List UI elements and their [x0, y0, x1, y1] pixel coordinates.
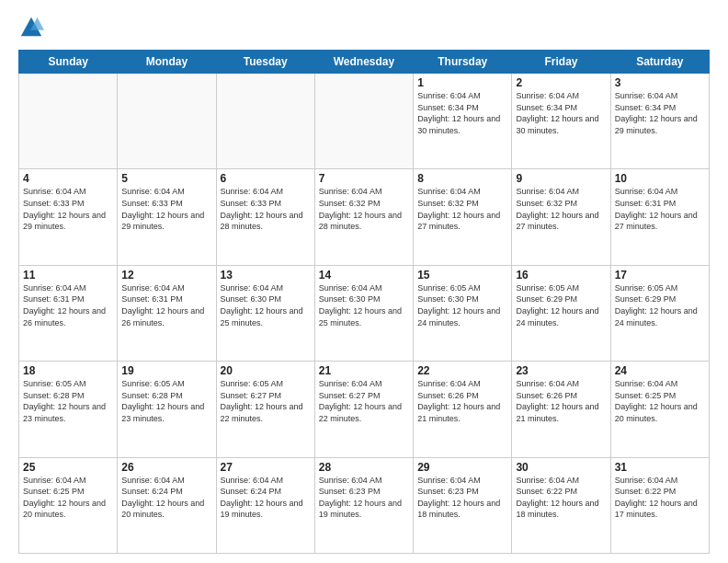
day-cell: 8Sunrise: 6:04 AM Sunset: 6:32 PM Daylig…	[414, 169, 512, 265]
day-cell: 23Sunrise: 6:04 AM Sunset: 6:26 PM Dayli…	[512, 362, 610, 457]
day-number: 20	[221, 364, 311, 377]
header	[18, 15, 710, 40]
day-info: Sunrise: 6:04 AM Sunset: 6:30 PM Dayligh…	[221, 282, 311, 328]
weekday-header-sunday: Sunday	[19, 51, 118, 74]
day-cell	[314, 74, 413, 169]
day-cell: 29Sunrise: 6:04 AM Sunset: 6:23 PM Dayli…	[414, 457, 512, 553]
day-number: 11	[23, 269, 113, 282]
day-cell	[216, 74, 314, 169]
day-info: Sunrise: 6:04 AM Sunset: 6:23 PM Dayligh…	[319, 475, 409, 521]
day-number: 22	[417, 364, 507, 377]
day-number: 14	[319, 269, 409, 282]
day-info: Sunrise: 6:05 AM Sunset: 6:29 PM Dayligh…	[516, 282, 606, 328]
weekday-header-row: SundayMondayTuesdayWednesdayThursdayFrid…	[19, 51, 710, 74]
day-number: 19	[121, 364, 211, 377]
weekday-header-friday: Friday	[512, 51, 610, 74]
day-info: Sunrise: 6:05 AM Sunset: 6:30 PM Dayligh…	[417, 282, 507, 328]
day-number: 6	[221, 172, 311, 185]
day-cell: 24Sunrise: 6:04 AM Sunset: 6:25 PM Dayli…	[610, 362, 709, 457]
day-cell: 12Sunrise: 6:04 AM Sunset: 6:31 PM Dayli…	[118, 265, 216, 361]
day-info: Sunrise: 6:04 AM Sunset: 6:22 PM Dayligh…	[615, 475, 705, 521]
day-number: 30	[516, 461, 606, 474]
day-cell: 11Sunrise: 6:04 AM Sunset: 6:31 PM Dayli…	[19, 265, 118, 361]
day-info: Sunrise: 6:04 AM Sunset: 6:31 PM Dayligh…	[615, 186, 705, 232]
day-info: Sunrise: 6:04 AM Sunset: 6:30 PM Dayligh…	[319, 282, 409, 328]
day-cell: 3Sunrise: 6:04 AM Sunset: 6:34 PM Daylig…	[610, 74, 709, 169]
calendar-table: SundayMondayTuesdayWednesdayThursdayFrid…	[18, 50, 710, 554]
week-row-5: 25Sunrise: 6:04 AM Sunset: 6:25 PM Dayli…	[19, 457, 710, 553]
day-cell: 26Sunrise: 6:04 AM Sunset: 6:24 PM Dayli…	[118, 457, 216, 553]
day-number: 17	[615, 269, 705, 282]
day-info: Sunrise: 6:04 AM Sunset: 6:32 PM Dayligh…	[319, 186, 409, 232]
day-cell: 10Sunrise: 6:04 AM Sunset: 6:31 PM Dayli…	[610, 169, 709, 265]
day-info: Sunrise: 6:04 AM Sunset: 6:34 PM Dayligh…	[516, 90, 606, 136]
day-cell: 13Sunrise: 6:04 AM Sunset: 6:30 PM Dayli…	[216, 265, 314, 361]
day-number: 28	[319, 461, 409, 474]
logo	[18, 15, 48, 40]
day-cell: 14Sunrise: 6:04 AM Sunset: 6:30 PM Dayli…	[314, 265, 413, 361]
day-info: Sunrise: 6:05 AM Sunset: 6:28 PM Dayligh…	[23, 378, 113, 424]
day-number: 2	[516, 76, 606, 89]
day-cell: 27Sunrise: 6:04 AM Sunset: 6:24 PM Dayli…	[216, 457, 314, 553]
day-info: Sunrise: 6:04 AM Sunset: 6:22 PM Dayligh…	[516, 475, 606, 521]
weekday-header-tuesday: Tuesday	[216, 51, 314, 74]
day-cell: 5Sunrise: 6:04 AM Sunset: 6:33 PM Daylig…	[118, 169, 216, 265]
day-info: Sunrise: 6:04 AM Sunset: 6:26 PM Dayligh…	[516, 378, 606, 424]
day-number: 8	[417, 172, 507, 185]
day-cell: 15Sunrise: 6:05 AM Sunset: 6:30 PM Dayli…	[414, 265, 512, 361]
day-number: 31	[615, 461, 705, 474]
day-cell: 22Sunrise: 6:04 AM Sunset: 6:26 PM Dayli…	[414, 362, 512, 457]
day-number: 3	[615, 76, 705, 89]
day-cell: 30Sunrise: 6:04 AM Sunset: 6:22 PM Dayli…	[512, 457, 610, 553]
day-info: Sunrise: 6:04 AM Sunset: 6:23 PM Dayligh…	[417, 475, 507, 521]
day-info: Sunrise: 6:05 AM Sunset: 6:27 PM Dayligh…	[221, 378, 311, 424]
day-cell: 16Sunrise: 6:05 AM Sunset: 6:29 PM Dayli…	[512, 265, 610, 361]
week-row-3: 11Sunrise: 6:04 AM Sunset: 6:31 PM Dayli…	[19, 265, 710, 361]
day-cell	[118, 74, 216, 169]
day-cell: 2Sunrise: 6:04 AM Sunset: 6:34 PM Daylig…	[512, 74, 610, 169]
day-cell	[19, 74, 118, 169]
weekday-header-saturday: Saturday	[610, 51, 709, 74]
day-number: 7	[319, 172, 409, 185]
day-number: 21	[319, 364, 409, 377]
day-info: Sunrise: 6:04 AM Sunset: 6:27 PM Dayligh…	[319, 378, 409, 424]
day-cell: 6Sunrise: 6:04 AM Sunset: 6:33 PM Daylig…	[216, 169, 314, 265]
week-row-2: 4Sunrise: 6:04 AM Sunset: 6:33 PM Daylig…	[19, 169, 710, 265]
day-cell: 31Sunrise: 6:04 AM Sunset: 6:22 PM Dayli…	[610, 457, 709, 553]
day-info: Sunrise: 6:04 AM Sunset: 6:31 PM Dayligh…	[23, 282, 113, 328]
day-info: Sunrise: 6:04 AM Sunset: 6:34 PM Dayligh…	[417, 90, 507, 136]
day-number: 1	[417, 76, 507, 89]
week-row-4: 18Sunrise: 6:05 AM Sunset: 6:28 PM Dayli…	[19, 362, 710, 457]
weekday-header-thursday: Thursday	[414, 51, 512, 74]
weekday-header-monday: Monday	[118, 51, 216, 74]
day-number: 29	[417, 461, 507, 474]
day-cell: 28Sunrise: 6:04 AM Sunset: 6:23 PM Dayli…	[314, 457, 413, 553]
day-info: Sunrise: 6:04 AM Sunset: 6:33 PM Dayligh…	[221, 186, 311, 232]
day-info: Sunrise: 6:04 AM Sunset: 6:33 PM Dayligh…	[23, 186, 113, 232]
day-cell: 19Sunrise: 6:05 AM Sunset: 6:28 PM Dayli…	[118, 362, 216, 457]
day-number: 12	[121, 269, 211, 282]
day-info: Sunrise: 6:04 AM Sunset: 6:32 PM Dayligh…	[417, 186, 507, 232]
day-number: 18	[23, 364, 113, 377]
day-info: Sunrise: 6:04 AM Sunset: 6:34 PM Dayligh…	[615, 90, 705, 136]
day-cell: 4Sunrise: 6:04 AM Sunset: 6:33 PM Daylig…	[19, 169, 118, 265]
day-number: 26	[121, 461, 211, 474]
day-cell: 25Sunrise: 6:04 AM Sunset: 6:25 PM Dayli…	[19, 457, 118, 553]
day-cell: 1Sunrise: 6:04 AM Sunset: 6:34 PM Daylig…	[414, 74, 512, 169]
day-info: Sunrise: 6:04 AM Sunset: 6:26 PM Dayligh…	[417, 378, 507, 424]
day-info: Sunrise: 6:04 AM Sunset: 6:24 PM Dayligh…	[121, 475, 211, 521]
day-info: Sunrise: 6:04 AM Sunset: 6:31 PM Dayligh…	[121, 282, 211, 328]
day-info: Sunrise: 6:04 AM Sunset: 6:24 PM Dayligh…	[221, 475, 311, 521]
day-info: Sunrise: 6:05 AM Sunset: 6:29 PM Dayligh…	[615, 282, 705, 328]
day-info: Sunrise: 6:04 AM Sunset: 6:33 PM Dayligh…	[121, 186, 211, 232]
day-cell: 18Sunrise: 6:05 AM Sunset: 6:28 PM Dayli…	[19, 362, 118, 457]
weekday-header-wednesday: Wednesday	[314, 51, 413, 74]
day-cell: 17Sunrise: 6:05 AM Sunset: 6:29 PM Dayli…	[610, 265, 709, 361]
day-number: 16	[516, 269, 606, 282]
logo-icon	[18, 15, 44, 40]
day-number: 24	[615, 364, 705, 377]
day-info: Sunrise: 6:04 AM Sunset: 6:25 PM Dayligh…	[23, 475, 113, 521]
day-number: 10	[615, 172, 705, 185]
day-number: 4	[23, 172, 113, 185]
day-cell: 9Sunrise: 6:04 AM Sunset: 6:32 PM Daylig…	[512, 169, 610, 265]
